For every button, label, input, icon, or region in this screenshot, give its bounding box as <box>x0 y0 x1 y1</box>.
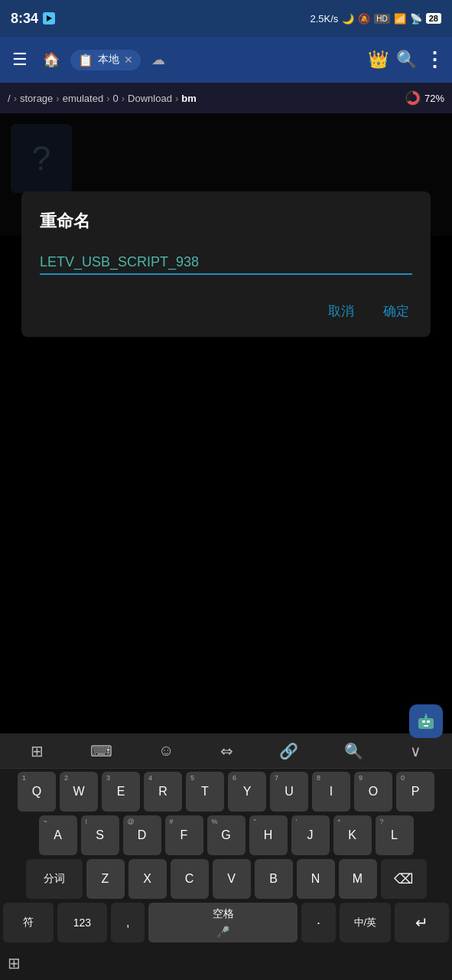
breadcrumb-download[interactable]: Download <box>128 93 172 104</box>
disk-pie-icon <box>405 90 421 106</box>
key-space[interactable]: 空格 🎤 <box>148 903 298 942</box>
keyboard-row-2: ~A !S @D #F %G "H 'J *K ?L <box>3 815 449 855</box>
key-Y[interactable]: 6Y <box>228 772 266 812</box>
key-J[interactable]: 'J <box>291 815 330 855</box>
key-F[interactable]: #F <box>165 815 203 855</box>
breadcrumb: / › storage › emulated › 0 › Download › … <box>0 83 452 113</box>
key-R[interactable]: 4R <box>144 772 182 812</box>
toolbar-cursor-icon[interactable]: ⇔ <box>220 742 233 760</box>
keyboard-row-1: 1Q 2W 3E 4R 5T 6Y 7U 8I 9O 0P <box>3 772 449 812</box>
key-E[interactable]: 3E <box>102 772 140 812</box>
keyboard-row-4: 符 123 , 空格 🎤 · 中/英 ↵ <box>3 903 449 942</box>
key-H[interactable]: "H <box>249 815 288 855</box>
search-icon[interactable]: 🔍 <box>396 50 417 70</box>
crown-icon[interactable]: 👑 <box>368 50 389 70</box>
key-S[interactable]: !S <box>81 815 119 855</box>
key-V[interactable]: V <box>213 859 251 899</box>
breadcrumb-zero[interactable]: 0 <box>113 93 119 104</box>
key-dot[interactable]: · <box>301 903 335 942</box>
key-A[interactable]: ~A <box>39 815 77 855</box>
key-C[interactable]: C <box>171 859 209 899</box>
tab-file-icon: 📋 <box>78 53 93 67</box>
play-icon <box>43 12 55 24</box>
tab-label: 本地 <box>98 53 119 67</box>
dialog-input-wrap <box>40 254 412 275</box>
key-sym[interactable]: 符 <box>3 903 54 942</box>
svg-rect-5 <box>427 720 430 723</box>
tab-close-icon[interactable]: ✕ <box>124 54 133 66</box>
breadcrumb-storage[interactable]: storage <box>20 93 53 104</box>
keyboard-robot-icon[interactable] <box>409 704 443 738</box>
key-D[interactable]: @D <box>123 815 161 855</box>
moon-icon: 🌙 <box>342 13 354 24</box>
mic-icon: 🎤 <box>216 926 229 938</box>
key-O[interactable]: 9O <box>354 772 392 812</box>
key-fenci[interactable]: 分词 <box>26 859 83 899</box>
key-B[interactable]: B <box>255 859 293 899</box>
keyboard-row-3: 分词 Z X C V B N M ⌫ <box>3 859 449 899</box>
key-U[interactable]: 7U <box>270 772 308 812</box>
breadcrumb-emulated[interactable]: emulated <box>63 93 103 104</box>
breadcrumb-current: bm <box>181 93 197 104</box>
breadcrumb-root[interactable]: / <box>8 93 11 104</box>
rename-dialog: 重命名 取消 确定 <box>21 191 431 337</box>
toolbar-search-icon[interactable]: 🔍 <box>344 742 363 760</box>
key-I[interactable]: 8I <box>312 772 350 812</box>
svg-rect-4 <box>422 720 425 723</box>
key-P[interactable]: 0P <box>396 772 434 812</box>
key-123[interactable]: 123 <box>57 903 108 942</box>
keyboard-bottom: ⊞ <box>0 946 452 980</box>
key-K[interactable]: *K <box>333 815 372 855</box>
kb-layout-icon[interactable]: ⊞ <box>8 954 21 972</box>
svg-rect-6 <box>424 725 428 727</box>
disk-percent: 72% <box>424 93 444 104</box>
signal-icon: 📶 <box>394 13 406 24</box>
space-label: 空格 <box>213 907 234 921</box>
hd-badge: HD <box>374 14 389 24</box>
key-L[interactable]: ?L <box>376 815 414 855</box>
confirm-button[interactable]: 确定 <box>380 298 412 325</box>
disk-usage: 72% <box>405 90 444 106</box>
network-speed: 2.5K/s <box>310 13 338 24</box>
home-icon[interactable]: 🏠 <box>38 47 64 73</box>
toolbar-collapse-icon[interactable]: ∨ <box>410 742 421 760</box>
battery-level: 28 <box>426 13 441 24</box>
key-M[interactable]: M <box>339 859 377 899</box>
status-time: 8:34 <box>11 11 38 27</box>
dialog-title: 重命名 <box>40 210 412 233</box>
toolbar-grid-icon[interactable]: ⊞ <box>31 742 44 760</box>
cancel-button[interactable]: 取消 <box>325 298 357 325</box>
key-Z[interactable]: Z <box>86 859 125 899</box>
status-right: 2.5K/s 🌙 🔕 HD 📶 📡 28 <box>310 13 441 24</box>
local-tab[interactable]: 📋 本地 ✕ <box>70 50 141 70</box>
menu-icon[interactable]: ☰ <box>8 45 32 74</box>
wifi-icon: 📡 <box>410 13 422 24</box>
nav-right-actions: 👑 🔍 ⋮ <box>368 48 444 72</box>
key-X[interactable]: X <box>128 859 167 899</box>
key-W[interactable]: 2W <box>60 772 98 812</box>
rename-input[interactable] <box>40 254 412 270</box>
key-G[interactable]: %G <box>207 815 246 855</box>
status-bar: 8:34 2.5K/s 🌙 🔕 HD 📶 📡 28 <box>0 0 452 37</box>
nav-bar: ☰ 🏠 📋 本地 ✕ ☁ 👑 🔍 ⋮ <box>0 37 452 83</box>
svg-rect-3 <box>418 718 434 729</box>
toolbar-keyboard-icon[interactable]: ⌨ <box>90 742 112 760</box>
key-backspace[interactable]: ⌫ <box>381 859 427 899</box>
svg-rect-8 <box>425 714 427 717</box>
keyboard-keys: 1Q 2W 3E 4R 5T 6Y 7U 8I 9O 0P ~A !S @D #… <box>0 769 452 942</box>
toolbar-emoji-icon[interactable]: ☺ <box>158 742 174 760</box>
dialog-actions: 取消 确定 <box>40 298 412 325</box>
key-N[interactable]: N <box>297 859 335 899</box>
key-enter[interactable]: ↵ <box>395 903 449 942</box>
key-zh-en[interactable]: 中/英 <box>340 903 391 942</box>
cloud-icon[interactable]: ☁ <box>147 47 170 73</box>
mute-icon: 🔕 <box>358 13 370 24</box>
more-icon[interactable]: ⋮ <box>424 48 444 72</box>
key-Q[interactable]: 1Q <box>18 772 56 812</box>
key-T[interactable]: 5T <box>186 772 224 812</box>
svg-marker-0 <box>47 15 52 21</box>
key-comma[interactable]: , <box>111 903 145 942</box>
toolbar-clip-icon[interactable]: 🔗 <box>279 742 298 760</box>
keyboard-toolbar: ⊞ ⌨ ☺ ⇔ 🔗 🔍 ∨ <box>0 733 452 769</box>
svg-point-2 <box>409 94 417 102</box>
